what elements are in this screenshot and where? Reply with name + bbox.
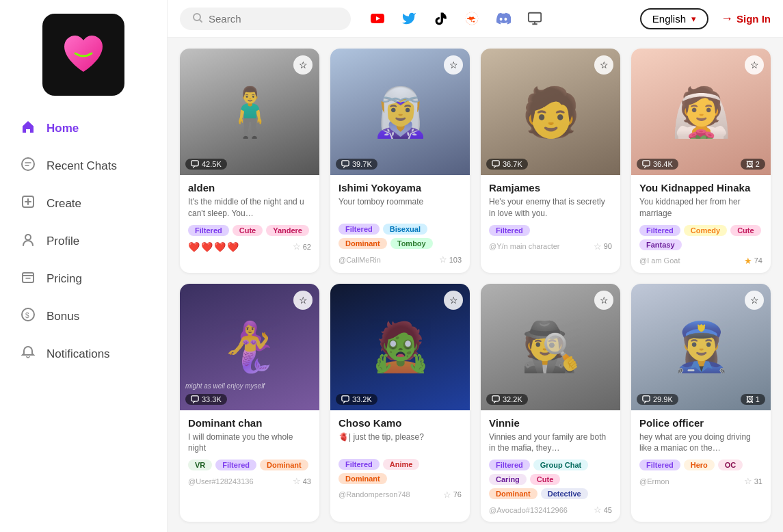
card-desc: You kiddnaped her from her marriage [639,196,762,220]
dropdown-arrow-icon: ▾ [691,14,696,24]
star-icon: ☆ [293,241,301,252]
tag-vr: VR [188,460,212,470]
card-author: @Ermon [639,477,669,486]
star-count: 43 [303,477,311,486]
card-ishimi[interactable]: 🧝‍♀️ ☆ 39.7K Ishimi Yokoyama Your tomboy… [330,49,470,273]
msg-count: 36.4K [637,159,678,170]
home-icon [19,119,37,137]
card-domchan[interactable]: 🧜‍♀️ ☆ 33.3K might as well enjoy myself … [180,284,319,522]
star-count: 31 [754,477,762,486]
sidebar-item-create[interactable]: Create [0,185,167,222]
card-footer: @Ermon ☆ 31 [639,476,762,486]
tag-tomboy: Tomboy [390,238,433,249]
tag-caring: Caring [489,474,527,485]
svg-point-0 [22,158,34,170]
card-vinnie[interactable]: 🕵️ ☆ 32.2K Vinnie Vinnies and your famil… [481,284,620,522]
star-icon: ☆ [744,476,752,486]
tag-cute: Cute [233,225,263,236]
card-stars: ☆ 103 [439,254,462,265]
card-stars: ☆ 31 [744,476,762,486]
sidebar-item-home[interactable]: Home [0,109,167,147]
tag-bisexual: Bisexual [383,224,427,235]
msg-count: 33.2K [336,394,377,405]
tag-dominant: Dominant [489,488,538,499]
logo-icon [56,27,111,82]
signin-label: Sign In [736,13,771,25]
tag-filtered: Filtered [639,460,680,470]
msg-count: 32.2K [486,394,528,405]
reddit-icon[interactable] [462,8,482,29]
language-dropdown[interactable]: English ▾ [640,8,708,29]
sidebar-item-label-recent: Recent Chats [47,159,117,173]
bookmark-icon[interactable]: ☆ [745,55,764,75]
card-title: You Kidnapped Hinaka [639,182,762,194]
card-char-icon: 🧝‍♀️ [371,84,430,140]
sidebar-item-pricing[interactable]: Pricing [0,260,167,297]
bookmark-icon[interactable]: ☆ [745,291,764,310]
card-title: alden [188,182,311,194]
bookmark-icon[interactable]: ☆ [293,291,313,310]
svg-rect-14 [342,395,349,401]
search-bar[interactable] [180,8,351,30]
svg-rect-12 [643,161,650,166]
tag-hero: Hero [684,460,715,470]
create-icon [19,194,37,213]
youtube-icon[interactable] [367,8,388,29]
star-icon: ★ [744,256,752,266]
search-input[interactable] [209,13,332,25]
star-icon: ☆ [594,505,602,515]
card-title: Vinnie [489,417,612,429]
notifications-icon [19,345,37,363]
card-char-icon: 🧑 [521,84,581,140]
sidebar-item-recent-chats[interactable]: Recent Chats [0,147,167,185]
star-icon: ☆ [443,490,451,500]
img-count: 🖼 1 [741,394,765,405]
star-icon: ☆ [439,254,447,265]
discord-icon[interactable] [493,8,514,29]
tag-filtered: Filtered [489,460,530,470]
card-police[interactable]: 👮‍♀️ ☆ 29.9K 🖼 1 Police officer hey what… [631,284,771,522]
sidebar: Home Recent Chats Create Profile Pricing [0,0,168,532]
sidebar-item-notifications[interactable]: Notifications [0,335,167,373]
signin-arrow-icon: → [721,12,733,26]
tag-yandere: Yandere [266,225,309,236]
msg-count: 39.7K [336,159,377,170]
card-author: @I am Goat [639,256,680,265]
tag-filtered: Filtered [188,225,229,236]
card-alden[interactable]: 🧍‍♂️ ☆ 42.5K alden It's the middle of th… [180,49,319,273]
signin-button[interactable]: → Sign In [721,12,771,26]
main-content: English ▾ → Sign In 🧍‍♂️ ☆ 42.5K alden I… [168,0,783,532]
bookmark-icon[interactable]: ☆ [293,55,313,75]
card-tags: FilteredGroup ChatCaringCuteDominantDete… [489,460,612,499]
tag-group-chat: Group Chat [533,460,589,470]
heart-row: ❤️❤️❤️❤️ [188,241,239,252]
svg-rect-16 [643,395,650,401]
card-hinaka[interactable]: 👰 ☆ 36.4K 🖼 2 You Kidnapped Hinaka You k… [631,49,771,273]
card-choso[interactable]: 🧟 ☆ 33.2K Choso Kamo 🫀| just the tip, pl… [330,284,470,522]
bookmark-icon[interactable]: ☆ [444,291,463,310]
svg-rect-8 [529,13,541,22]
card-tags: Filtered [489,225,612,236]
svg-rect-10 [342,161,349,166]
tag-filtered: Filtered [339,224,380,235]
card-desc: 🫀| just the tip, please? [339,431,462,453]
sidebar-item-label-bonus: Bonus [47,310,79,323]
monitor-icon[interactable] [525,8,545,29]
card-desc: I will dominate you the whole night [188,431,311,455]
sidebar-item-profile[interactable]: Profile [0,222,167,260]
sidebar-item-label-notifications: Notifications [47,347,110,361]
sidebar-item-bonus[interactable]: $ Bonus [0,297,167,335]
bonus-icon: $ [19,307,37,325]
card-title: Choso Kamo [339,417,462,429]
msg-count: 33.3K [185,394,227,405]
tiktok-icon[interactable] [430,8,451,29]
card-stars: ☆ 76 [443,490,462,500]
bookmark-icon[interactable]: ☆ [444,55,463,75]
card-stars: ☆ 43 [293,476,311,486]
card-author: @User#128243136 [188,477,254,486]
profile-icon [19,232,37,250]
card-ramjames[interactable]: 🧑 ☆ 36.7K Ramjames He's your enemy that … [481,49,620,273]
bookmark-icon[interactable]: ☆ [594,55,613,75]
twitter-icon[interactable] [399,8,419,29]
bookmark-icon[interactable]: ☆ [594,291,613,310]
